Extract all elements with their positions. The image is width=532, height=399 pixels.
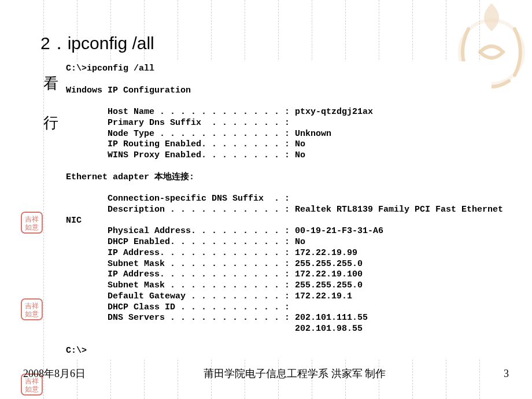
svg-text:如意: 如意 xyxy=(25,385,39,393)
terminal-line: Subnet Mask . . . . . . . . . . . : 255.… xyxy=(66,259,363,269)
terminal-line: IP Address. . . . . . . . . . . . : 172.… xyxy=(66,269,363,279)
terminal-line: Connection-specific DNS Suffix . : xyxy=(66,194,290,204)
background-text: 行 xyxy=(43,113,58,133)
page-title: 2．ipconfig /all xyxy=(40,32,492,56)
terminal-line: IP Routing Enabled. . . . . . . . : No xyxy=(66,139,305,149)
terminal-line: Host Name . . . . . . . . . . . . : ptxy… xyxy=(66,107,373,117)
terminal-line: WINS Proxy Enabled. . . . . . . . : No xyxy=(66,150,305,160)
terminal-line: Subnet Mask . . . . . . . . . . . : 255.… xyxy=(66,280,363,290)
terminal-line: NIC xyxy=(66,216,82,226)
footer-date: 2008年8月6日 xyxy=(23,367,86,380)
terminal-line: Windows IP Configuration xyxy=(66,86,191,95)
terminal-line: C:\>ipconfig /all xyxy=(66,64,154,73)
background-text: 看 xyxy=(43,73,58,94)
terminal-line: DHCP Class ID . . . . . . . . . . : xyxy=(66,302,290,312)
terminal-line: Ethernet adapter 本地连接: xyxy=(66,172,194,182)
terminal-line: C:\> xyxy=(66,346,87,356)
terminal-line: Primary Dns Suffix . . . . . . . : xyxy=(66,118,290,128)
terminal-line: Node Type . . . . . . . . . . . . : Unkn… xyxy=(66,129,331,139)
page-number: 3 xyxy=(504,368,509,380)
terminal-output: C:\>ipconfig /all Windows IP Configurati… xyxy=(64,61,492,359)
footer: 2008年8月6日 莆田学院电子信息工程学系 洪家军 制作 3 xyxy=(0,367,532,380)
terminal-line: 202.101.98.55 xyxy=(66,324,363,334)
terminal-line: Default Gateway . . . . . . . . . : 172.… xyxy=(66,291,352,301)
terminal-line: DNS Servers . . . . . . . . . . . : 202.… xyxy=(66,313,368,323)
footer-author: 莆田学院电子信息工程学系 洪家军 制作 xyxy=(86,367,504,380)
terminal-line: Physical Address. . . . . . . . . : 00-1… xyxy=(66,226,383,236)
terminal-line: Description . . . . . . . . . . . : Real… xyxy=(66,205,503,215)
terminal-line: DHCP Enabled. . . . . . . . . . . : No xyxy=(66,237,305,247)
terminal-line: IP Address. . . . . . . . . . . . : 172.… xyxy=(66,248,357,258)
